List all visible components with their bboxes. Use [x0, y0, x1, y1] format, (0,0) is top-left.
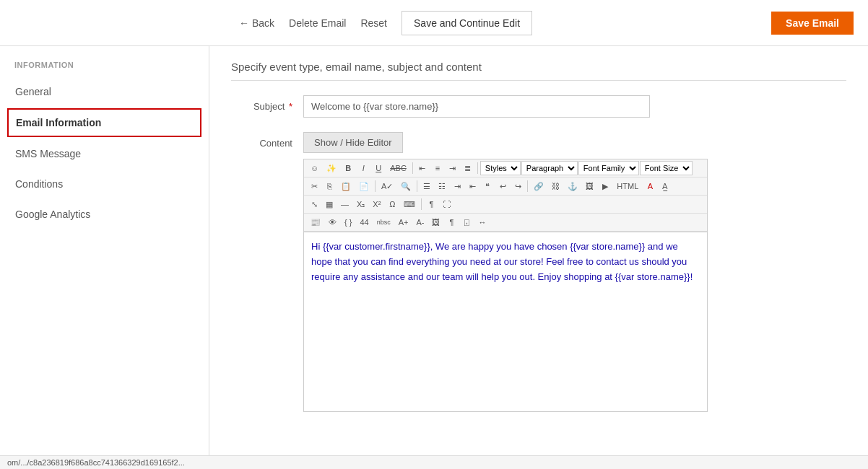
- toolbar-bg-color-btn[interactable]: A̲: [658, 179, 672, 193]
- editor-container: Show / Hide Editor ☺ ✨ B I U ABC ⇤ ≡ ⇥: [303, 132, 708, 412]
- toolbar-superscript-btn[interactable]: X²: [369, 197, 384, 211]
- editor-content: Hi {{var customer.firstname}}, We are ha…: [311, 240, 700, 284]
- toolbar-media-btn[interactable]: ▶: [598, 179, 612, 193]
- toolbar-row-1: ☺ ✨ B I U ABC ⇤ ≡ ⇥ ≣ Styles: [304, 159, 707, 177]
- toolbar-unlink-btn[interactable]: ⛓: [548, 179, 563, 193]
- toolbar-anchor-btn[interactable]: ⚓: [564, 179, 581, 193]
- toolbar-strikethrough-btn[interactable]: ABC: [386, 161, 410, 175]
- toolbar-spell-check-btn[interactable]: A✓: [378, 179, 396, 193]
- toolbar-hr-btn[interactable]: —: [337, 197, 352, 211]
- sidebar: INFORMATION General Email Information SM…: [0, 46, 209, 469]
- toolbar-align-center-btn[interactable]: ≡: [430, 161, 445, 175]
- save-continue-button[interactable]: Save and Continue Edit: [402, 11, 532, 35]
- subject-row: Subject *: [231, 95, 846, 118]
- toolbar-font-inc-btn[interactable]: A+: [395, 215, 412, 229]
- reset-link[interactable]: Reset: [360, 17, 387, 29]
- url-bar: om/.../c8a236819f686a8cc741366329d169165…: [0, 455, 868, 469]
- toolbar-subscript-btn[interactable]: X₂: [353, 197, 368, 211]
- toolbar-font-family-select[interactable]: Font Family: [578, 161, 639, 175]
- delete-email-link[interactable]: Delete Email: [289, 17, 346, 29]
- toolbar-font-size-select[interactable]: Font Size: [640, 161, 693, 175]
- sidebar-item-email-information[interactable]: Email Information: [7, 108, 201, 137]
- toolbar-underline-btn[interactable]: U: [371, 161, 386, 175]
- editor-toolbar: ☺ ✨ B I U ABC ⇤ ≡ ⇥ ≣ Styles: [303, 159, 708, 232]
- toolbar-paste-btn[interactable]: 📋: [337, 179, 355, 193]
- toolbar-pilcrow-btn[interactable]: ¶: [444, 215, 459, 229]
- toolbar-redo-btn[interactable]: ↪: [511, 179, 525, 193]
- toolbar-sep-1: [412, 162, 413, 174]
- toolbar-paste-text-btn[interactable]: 📄: [355, 179, 373, 193]
- toolbar-align-justify-btn[interactable]: ≣: [461, 161, 475, 175]
- toolbar-emoticon-btn[interactable]: ☺: [307, 161, 322, 175]
- sidebar-item-sms-message[interactable]: SMS Message: [0, 139, 209, 169]
- header-nav: ← Back Delete Email Reset Save and Conti…: [14, 11, 757, 35]
- toolbar-image2-btn[interactable]: 🖼: [428, 215, 443, 229]
- toolbar-pagebr-btn[interactable]: ¶: [424, 197, 438, 211]
- toolbar-row-2: ✂ ⎘ 📋 📄 A✓ 🔍 ☰ ☷ ⇥ ⇤ ❝ ↩ ↪: [304, 177, 707, 196]
- toolbar-align-left-btn[interactable]: ⇤: [415, 161, 430, 175]
- toolbar-source-btn[interactable]: ⌨: [400, 197, 419, 211]
- toolbar-sep-3: [375, 180, 376, 192]
- toolbar-italic-btn[interactable]: I: [356, 161, 370, 175]
- toolbar-preview-btn[interactable]: 👁: [325, 215, 340, 229]
- toolbar-special-btn[interactable]: ⌺: [459, 215, 474, 229]
- toolbar-fontsize2-btn[interactable]: 44: [356, 215, 372, 229]
- toolbar-find-btn[interactable]: 🔍: [397, 179, 415, 193]
- toolbar-list-unordered-btn[interactable]: ☰: [420, 179, 434, 193]
- toolbar-sep-4: [417, 180, 417, 192]
- toolbar-link-btn[interactable]: 🔗: [530, 179, 547, 193]
- sidebar-item-google-analytics[interactable]: Google Analytics: [0, 199, 209, 229]
- sidebar-section-title: INFORMATION: [0, 53, 209, 76]
- toolbar-styles-select[interactable]: Styles: [480, 161, 521, 175]
- toolbar-paragraph-select[interactable]: Paragraph: [521, 161, 578, 175]
- main-content: Specify event type, email name, subject …: [209, 46, 868, 469]
- editor-area[interactable]: Hi {{var customer.firstname}}, We are ha…: [303, 232, 708, 412]
- content-label: Content: [231, 132, 303, 149]
- toolbar-fullscreen-btn[interactable]: ⛶: [439, 197, 454, 211]
- toolbar-sep-2: [477, 162, 478, 174]
- toolbar-font-dec-btn[interactable]: A-: [412, 215, 428, 229]
- sidebar-item-conditions[interactable]: Conditions: [0, 169, 209, 199]
- subject-label: Subject *: [231, 95, 303, 112]
- toolbar-variable-btn[interactable]: { }: [341, 215, 355, 229]
- toolbar-star-btn[interactable]: ✨: [323, 161, 340, 175]
- toolbar-align-right-btn[interactable]: ⇥: [446, 161, 460, 175]
- toolbar-indent-btn[interactable]: ⇥: [450, 179, 464, 193]
- page-description: Specify event type, email name, subject …: [231, 61, 846, 81]
- sidebar-item-general[interactable]: General: [0, 76, 209, 107]
- toolbar-blockquote-btn[interactable]: ❝: [480, 179, 495, 193]
- toolbar-cut-btn[interactable]: ✂: [307, 179, 321, 193]
- toolbar-row-4: 📰 👁 { } 44 nbsc A+ A- 🖼 ¶ ⌺ ↔: [304, 214, 707, 232]
- toolbar-resize-btn[interactable]: ⤡: [307, 197, 321, 211]
- subject-input[interactable]: [303, 95, 650, 118]
- toolbar-char-map-btn[interactable]: Ω: [385, 197, 399, 211]
- toolbar-table-btn[interactable]: ▦: [322, 197, 337, 211]
- save-email-button[interactable]: Save Email: [771, 12, 854, 35]
- back-arrow-icon: ←: [239, 17, 249, 29]
- show-hide-editor-button[interactable]: Show / Hide Editor: [303, 132, 403, 153]
- back-link[interactable]: ← Back: [239, 17, 274, 29]
- required-indicator: *: [289, 101, 292, 112]
- toolbar-wdth-btn[interactable]: ↔: [474, 215, 490, 229]
- toolbar-template-btn[interactable]: 📰: [307, 215, 324, 229]
- toolbar-image-btn[interactable]: 🖼: [582, 179, 597, 193]
- toolbar-undo-btn[interactable]: ↩: [495, 179, 510, 193]
- toolbar-row-3: ⤡ ▦ — X₂ X² Ω ⌨ ¶ ⛶: [304, 196, 707, 214]
- toolbar-font-color-btn[interactable]: A: [643, 179, 657, 193]
- content-row: Content Show / Hide Editor ☺ ✨ B I U ABC…: [231, 132, 846, 412]
- toolbar-sep-6: [421, 198, 422, 210]
- toolbar-html-btn[interactable]: HTML: [613, 179, 642, 193]
- toolbar-copy-btn[interactable]: ⎘: [322, 179, 337, 193]
- toolbar-bold-btn[interactable]: B: [341, 161, 355, 175]
- toolbar-outdent-btn[interactable]: ⇤: [465, 179, 479, 193]
- toolbar-list-ordered-btn[interactable]: ☷: [435, 179, 449, 193]
- page-header: ← Back Delete Email Reset Save and Conti…: [0, 0, 868, 46]
- toolbar-sep-5: [527, 180, 528, 192]
- toolbar-fontsize3-btn[interactable]: nbsc: [373, 215, 394, 229]
- page-layout: INFORMATION General Email Information SM…: [0, 46, 868, 469]
